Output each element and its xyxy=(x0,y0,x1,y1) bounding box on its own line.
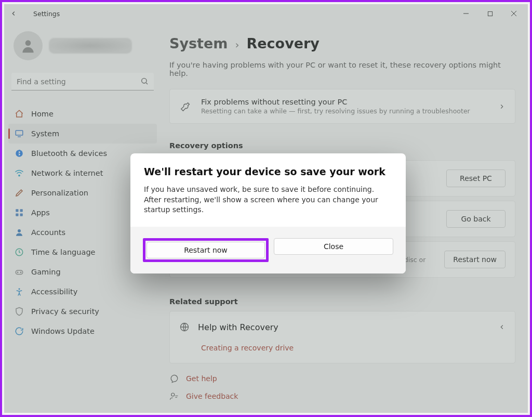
dialog-title: We'll restart your device so save your w… xyxy=(144,166,392,177)
highlight-annotation: Restart now xyxy=(143,238,269,262)
restart-dialog: We'll restart your device so save your w… xyxy=(130,153,406,273)
dialog-close-button[interactable]: Close xyxy=(274,238,393,255)
dialog-restart-button[interactable]: Restart now xyxy=(147,242,265,258)
dialog-body: If you have unsaved work, be sure to sav… xyxy=(144,185,392,215)
